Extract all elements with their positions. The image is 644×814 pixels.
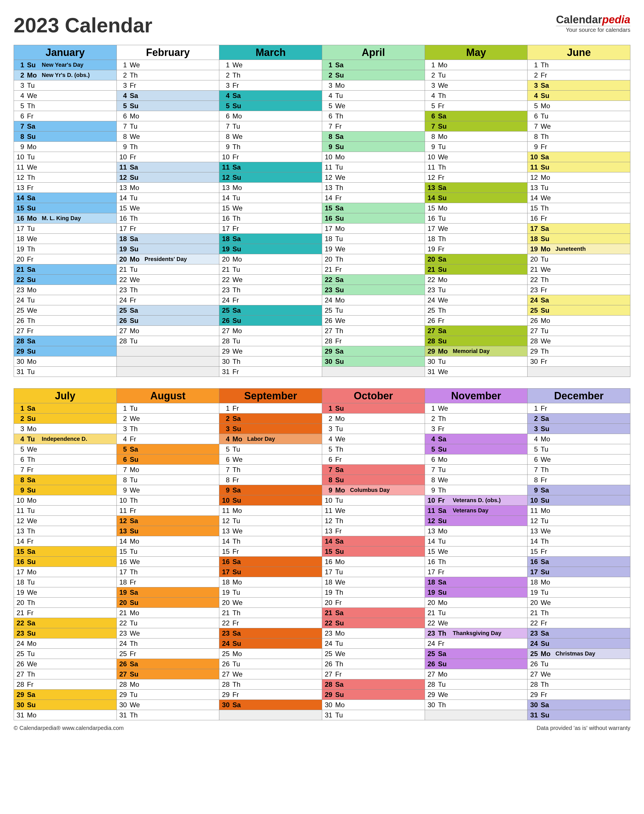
day-cell: 4Su <box>527 90 630 101</box>
day-cell: 11Th <box>425 162 527 172</box>
day-cell: 4TuIndependence D. <box>14 434 117 444</box>
day-cell: 29Sa <box>322 346 425 356</box>
day-cell: 20Th <box>322 254 425 264</box>
day-cell: 18Sa <box>219 234 322 244</box>
day-cell: 3Tu <box>14 80 117 90</box>
day-cell: 5Th <box>322 444 425 454</box>
day-cell: 10Th <box>117 495 219 506</box>
day-cell: 16Su <box>14 556 117 567</box>
day-cell: 13Mo <box>219 182 322 193</box>
day-cell: 9Su <box>322 142 425 152</box>
day-cell: 24Tu <box>322 638 425 649</box>
day-cell: 2Th <box>117 70 219 80</box>
day-cell: 5Tu <box>527 444 630 454</box>
day-cell: 7Mo <box>117 464 219 475</box>
day-cell: 21Fr <box>14 608 117 618</box>
day-cell: 26Fr <box>425 316 527 326</box>
day-cell: 5Th <box>14 101 117 111</box>
day-cell: 26We <box>322 316 425 326</box>
day-cell: 27Th <box>322 326 425 336</box>
day-cell: 7Th <box>219 464 322 475</box>
day-cell: 20Fr <box>322 598 425 608</box>
day-cell: 28Tu <box>117 336 219 346</box>
day-cell: 30Sa <box>219 700 322 710</box>
day-cell: 24Mo <box>322 295 425 305</box>
day-cell: 3Fr <box>117 80 219 90</box>
brand-name: Calendarpedia <box>556 14 630 26</box>
day-cell: 22Fr <box>527 618 630 628</box>
day-cell: 8Sa <box>14 475 117 485</box>
day-cell: 1Sa <box>322 60 425 70</box>
day-cell: 9Th <box>425 485 527 495</box>
day-cell: 25Mo <box>219 649 322 659</box>
day-cell: 22Tu <box>117 618 219 628</box>
day-cell: 23Th <box>219 285 322 295</box>
day-cell: 13Mo <box>425 526 527 536</box>
day-cell: 19MoJuneteenth <box>527 244 630 254</box>
day-cell: 7Tu <box>117 121 219 132</box>
day-cell: 25Su <box>527 305 630 316</box>
day-cell: 5Sa <box>117 444 219 454</box>
day-cell: 22Sa <box>14 618 117 628</box>
day-cell: 15Th <box>527 203 630 213</box>
day-cell: 1We <box>117 60 219 70</box>
page-title: 2023 Calendar <box>14 14 152 37</box>
day-cell: 6Mo <box>425 454 527 464</box>
day-cell: 12Su <box>425 516 527 526</box>
day-cell: 10Fr <box>117 152 219 162</box>
day-cell: 15We <box>425 546 527 556</box>
day-cell: 3Fr <box>219 80 322 90</box>
day-cell: 4We <box>322 434 425 444</box>
day-cell: 28Su <box>425 336 527 346</box>
day-cell: 8Tu <box>117 475 219 485</box>
day-cell: 21Fr <box>322 264 425 274</box>
day-cell: 24Sa <box>527 295 630 305</box>
day-cell: 11Fr <box>117 506 219 516</box>
day-cell: 2Mo <box>322 414 425 424</box>
holiday-label: Christmas Day <box>554 650 630 657</box>
holiday-label: Veterans Day <box>452 507 527 514</box>
day-cell: 28Tu <box>219 336 322 346</box>
day-cell: 20Th <box>14 598 117 608</box>
day-cell <box>527 367 630 377</box>
day-cell: 12Sa <box>117 516 219 526</box>
day-cell: 10Mo <box>322 152 425 162</box>
day-cell: 19Th <box>14 244 117 254</box>
day-cell: 11We <box>14 162 117 172</box>
day-cell: 1SuNew Year's Day <box>14 60 117 70</box>
day-cell: 12Tu <box>527 516 630 526</box>
day-cell: 25We <box>14 305 117 316</box>
day-cell: 30We <box>117 700 219 710</box>
day-cell: 15Fr <box>219 546 322 556</box>
day-cell: 18Fr <box>117 577 219 587</box>
day-cell <box>117 367 219 377</box>
day-cell: 22Th <box>527 274 630 285</box>
day-cell: 7Sa <box>14 121 117 132</box>
day-cell: 18Mo <box>527 577 630 587</box>
day-cell: 4We <box>14 90 117 101</box>
day-cell: 10FrVeterans D. (obs.) <box>425 495 527 506</box>
day-cell: 5We <box>322 101 425 111</box>
day-cell: 31Mo <box>14 710 117 720</box>
day-cell: 13Sa <box>425 182 527 193</box>
day-cell: 22We <box>219 274 322 285</box>
day-cell: 3Su <box>527 424 630 434</box>
day-cell <box>117 346 219 356</box>
day-cell: 7We <box>527 121 630 132</box>
day-cell: 20MoPresidents' Day <box>117 254 219 264</box>
day-cell <box>117 356 219 367</box>
day-cell: 31We <box>425 367 527 377</box>
day-cell: 28Sa <box>322 679 425 690</box>
day-cell: 21Th <box>527 608 630 618</box>
day-cell: 29Sa <box>14 690 117 700</box>
day-cell: 9We <box>117 485 219 495</box>
day-cell: 16Tu <box>425 213 527 224</box>
day-cell: 17Tu <box>322 567 425 577</box>
day-cell: 17Fr <box>219 224 322 234</box>
day-cell: 2Fr <box>527 70 630 80</box>
footer: © Calendarpedia® www.calendarpedia.com D… <box>14 725 630 731</box>
day-cell: 24Fr <box>117 295 219 305</box>
day-cell: 6Th <box>14 454 117 464</box>
day-cell: 7Sa <box>322 464 425 475</box>
day-cell: 27Th <box>14 669 117 679</box>
